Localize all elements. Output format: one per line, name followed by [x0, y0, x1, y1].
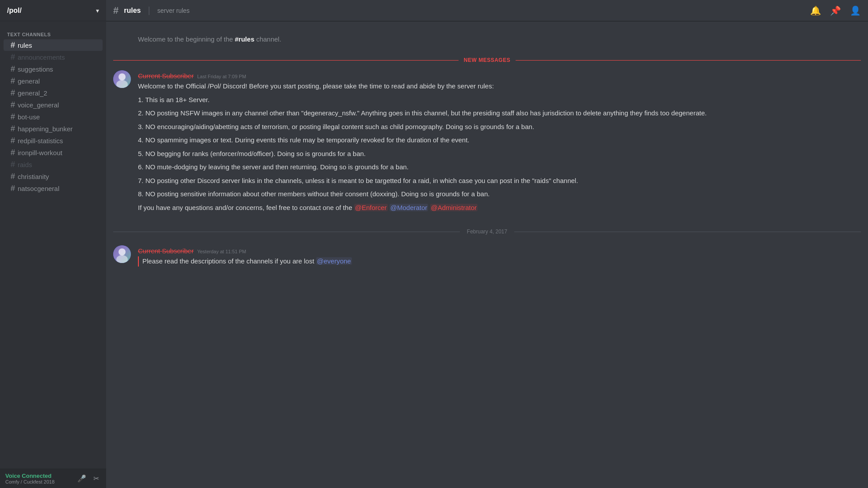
- channel-name-christianity: christianity: [18, 173, 49, 180]
- svg-point-3: [116, 255, 128, 263]
- date-line-right: [514, 232, 861, 232]
- chevron-down-icon: ▾: [96, 7, 99, 14]
- channel-start-text: Welcome to the beginning of the: [138, 35, 235, 43]
- channel-name-voice-general: voice_general: [18, 101, 59, 109]
- avatar: [113, 70, 131, 88]
- message-group: Current Subscriber Last Friday at 7:09 P…: [106, 70, 868, 214]
- sidebar-item-announcements[interactable]: # announcements: [4, 51, 103, 63]
- notification-bell-icon[interactable]: 🔔: [810, 5, 821, 16]
- new-messages-label: NEW MESSAGES: [459, 57, 516, 63]
- message-paragraph: 2. NO posting NSFW images in any channel…: [138, 108, 836, 118]
- server-header[interactable]: /pol/ ▾: [0, 0, 106, 21]
- channels-section: TEXT CHANNELS # rules # announcements # …: [0, 21, 106, 469]
- text-channels-header: TEXT CHANNELS: [0, 25, 106, 39]
- message-paragraph: 1. This is an 18+ Server.: [138, 95, 836, 105]
- hash-icon: #: [11, 160, 15, 168]
- sidebar-item-redpill-statistics[interactable]: # redpill-statistics: [4, 135, 103, 146]
- voice-info: Voice Connected Comfy / Cuckfest 2018: [5, 473, 54, 484]
- channel-name-general-2: general_2: [18, 89, 47, 97]
- svg-point-0: [119, 73, 126, 80]
- channel-name-rules: rules: [18, 42, 32, 49]
- everyone-mention[interactable]: @everyone: [316, 257, 352, 265]
- disconnect-button[interactable]: ✂: [92, 473, 101, 484]
- sidebar-item-raids[interactable]: # raids: [4, 159, 103, 170]
- message-paragraph: Welcome to the Official /Pol/ Discord! B…: [138, 81, 836, 92]
- svg-point-1: [116, 80, 128, 88]
- hash-icon: #: [11, 41, 15, 49]
- message-text-2: Please read the descriptions of the chan…: [138, 256, 836, 267]
- message-text: Welcome to the Official /Pol/ Discord! B…: [138, 81, 836, 213]
- message-paragraph: 7. NO posting other Discord server links…: [138, 176, 836, 186]
- channel-name-announcements: announcements: [18, 53, 65, 61]
- channel-start-text-end: channel.: [254, 35, 281, 43]
- channel-header-name: rules: [124, 7, 141, 15]
- hash-icon: #: [11, 77, 15, 85]
- message-paragraph-mentions: If you have any questions and/or concern…: [138, 203, 836, 213]
- message-content: Current Subscriber Last Friday at 7:09 P…: [138, 72, 836, 213]
- message-timestamp: Last Friday at 7:09 PM: [197, 74, 246, 79]
- voice-connected-sub: Comfy / Cuckfest 2018: [5, 479, 54, 484]
- channel-name-natsocgeneral: natsocgeneral: [18, 185, 59, 192]
- sidebar-item-christianity[interactable]: # christianity: [4, 171, 103, 182]
- sidebar-item-general[interactable]: # general: [4, 75, 103, 87]
- sidebar-item-ironpill-workout[interactable]: # ironpill-workout: [4, 147, 103, 158]
- new-messages-line-right: [516, 60, 861, 61]
- date-label: February 4, 2017: [460, 229, 514, 235]
- main-content: # rules | server rules 🔔 📌 👤 Welcome to …: [106, 0, 868, 488]
- pin-icon[interactable]: 📌: [830, 5, 841, 16]
- message-paragraph: 8. NO posting sensitive information abou…: [138, 189, 836, 199]
- sidebar-item-rules[interactable]: # rules: [4, 39, 103, 51]
- channel-header-divider: |: [148, 5, 150, 15]
- new-messages-divider: NEW MESSAGES: [106, 53, 868, 67]
- hash-icon: #: [11, 184, 15, 192]
- channel-header-description: server rules: [157, 7, 190, 14]
- mute-button[interactable]: 🎤: [76, 473, 88, 484]
- message-group-2: Current Subscriber Yesterday at 11:51 PM…: [106, 245, 868, 268]
- sidebar-item-voice-general[interactable]: # voice_general: [4, 99, 103, 111]
- message-paragraph: 5. NO begging for ranks (enforcer/mod/of…: [138, 149, 836, 159]
- channel-name-raids: raids: [18, 161, 32, 168]
- messages-area[interactable]: Welcome to the beginning of the #rules c…: [106, 21, 868, 488]
- members-icon[interactable]: 👤: [850, 5, 861, 16]
- sidebar-item-suggestions[interactable]: # suggestions: [4, 63, 103, 75]
- channel-name-bot-use: bot-use: [18, 113, 40, 121]
- hash-icon: #: [11, 89, 15, 97]
- svg-point-2: [119, 248, 126, 255]
- message-header-2: Current Subscriber Yesterday at 11:51 PM: [138, 247, 836, 255]
- channel-name-general: general: [18, 77, 40, 85]
- message-timestamp-2: Yesterday at 11:51 PM: [197, 249, 246, 254]
- channel-name-suggestions: suggestions: [18, 65, 53, 73]
- hash-icon: #: [11, 53, 15, 61]
- voice-connected-bar: Voice Connected Comfy / Cuckfest 2018 🎤 …: [0, 469, 106, 488]
- message-author-2: Current Subscriber: [138, 247, 194, 255]
- hash-icon: #: [11, 101, 15, 109]
- message-header: Current Subscriber Last Friday at 7:09 P…: [138, 72, 836, 80]
- hash-icon: #: [11, 125, 15, 133]
- message-content-2: Current Subscriber Yesterday at 11:51 PM…: [138, 247, 836, 267]
- hash-icon: #: [11, 137, 15, 145]
- sidebar-item-general-2[interactable]: # general_2: [4, 87, 103, 99]
- enforcer-mention[interactable]: @Enforcer: [354, 204, 388, 211]
- channel-name-redpill-statistics: redpill-statistics: [18, 137, 63, 145]
- new-messages-line-left: [113, 60, 459, 61]
- sidebar-item-bot-use[interactable]: # bot-use: [4, 111, 103, 122]
- avatar-image-2: [113, 245, 131, 263]
- channel-header: # rules | server rules 🔔 📌 👤: [106, 0, 868, 21]
- message-body-2: Please read the descriptions of the chan…: [142, 257, 316, 265]
- message-author: Current Subscriber: [138, 72, 194, 80]
- hash-icon: #: [11, 113, 15, 121]
- channel-start-mention: #rules: [235, 35, 254, 43]
- hash-icon: #: [11, 149, 15, 156]
- avatar-image: [113, 70, 131, 88]
- message-paragraph: 4. NO spamming images or text. During ev…: [138, 135, 836, 145]
- channel-name-happening-bunker: happening_bunker: [18, 125, 73, 133]
- avatar-2: [113, 245, 131, 263]
- message-paragraph: 6. NO mute-dodging by leaving the server…: [138, 162, 836, 172]
- sidebar: /pol/ ▾ TEXT CHANNELS # rules # announce…: [0, 0, 106, 488]
- date-divider: February 4, 2017: [106, 221, 868, 242]
- administrator-mention[interactable]: @Administrator: [430, 204, 478, 211]
- voice-actions: 🎤 ✂: [76, 473, 101, 484]
- sidebar-item-happening-bunker[interactable]: # happening_bunker: [4, 123, 103, 134]
- moderator-mention[interactable]: @Moderator: [390, 204, 428, 211]
- sidebar-item-natsocgeneral[interactable]: # natsocgeneral: [4, 183, 103, 194]
